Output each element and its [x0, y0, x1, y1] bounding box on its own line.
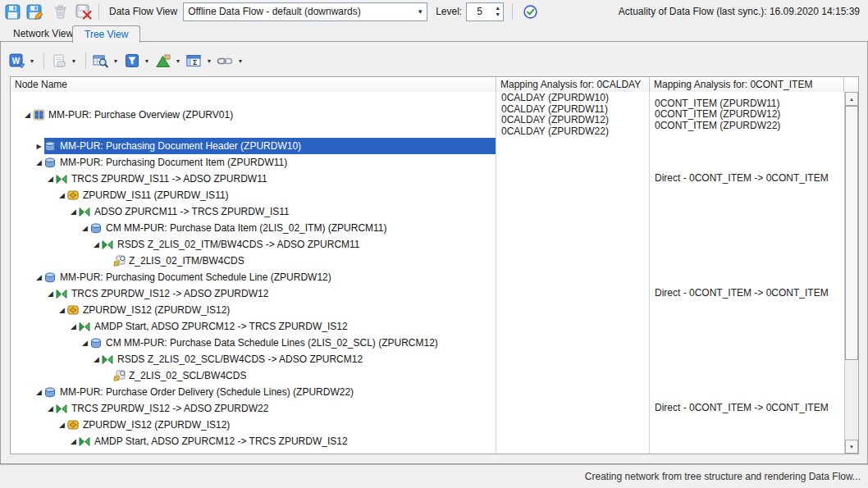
table-search-button[interactable]: ▼ [91, 52, 121, 70]
level-stepper[interactable]: 5 ▲▼ [466, 2, 504, 21]
tree-node[interactable]: MM-PUR: Purchasing Document Schedule Lin… [44, 269, 496, 285]
chevron-down-icon[interactable]: ▼ [173, 58, 183, 64]
tree-node[interactable]: ZPURDW_IS12 (ZPURDW_IS12) [67, 417, 496, 433]
mapping-calday-cell [496, 302, 650, 318]
tree-node[interactable]: TRCS ZPURDW_IS12 -> ADSO ZPURDW22 [56, 400, 496, 417]
node-label: Z_2LIS_02_ITM/BW4CDS [127, 255, 244, 267]
tree-node[interactable]: ZPURDW_IS12 (ZPURDW_IS12) [67, 302, 496, 318]
collapse-arrow-icon[interactable]: ◢ [45, 404, 56, 413]
tree-row[interactable]: Z_2LIS_02_SCL/BW4CDS [11, 367, 844, 384]
tree-row[interactable]: Z_2LIS_02_ITM/BW4CDS [11, 253, 844, 269]
column-divider[interactable] [496, 92, 496, 454]
collapse-arrow-icon[interactable]: ◢ [34, 158, 44, 166]
tree-row[interactable]: ◢CM MM-PUR: Purchase Data Item (2LIS_02_… [11, 220, 844, 236]
collapse-arrow-icon[interactable]: ◢ [68, 322, 79, 331]
column-header-node-name[interactable]: Node Name [11, 77, 496, 92]
tree-node[interactable]: Z_2LIS_02_ITM/BW4CDS [113, 253, 496, 269]
collapse-arrow-icon[interactable]: ◢ [45, 290, 56, 298]
svg-text:Σ: Σ [193, 57, 198, 66]
tree-node-selected[interactable]: MM-PUR: Purchasing Document Header (ZPUR… [44, 138, 496, 154]
tree-row[interactable]: ◢MM-PUR: Purchasing Document Schedule Li… [11, 269, 844, 285]
chevron-down-icon[interactable]: ▼ [413, 8, 427, 16]
tree-row[interactable]: ◢TRCS ZPURDW_IS11 -> ADSO ZPURDW11Direct… [11, 171, 844, 187]
column-divider[interactable] [649, 92, 650, 454]
tree-row[interactable]: ◢RSDS Z_2LIS_02_ITM/BW4CDS -> ADSO ZPURC… [11, 236, 844, 253]
tree-node[interactable]: MM-PUR: Purchase Order Delivery (Schedul… [44, 384, 496, 400]
tree-node[interactable]: TRCS ZPURDW_IS12 -> ADSO ZPURDW12 [56, 285, 496, 302]
collapse-arrow-icon[interactable]: ◢ [91, 240, 102, 249]
tree-row[interactable]: ◢TRCS ZPURDW_IS12 -> ADSO ZPURDW22Direct… [11, 400, 844, 417]
column-header-mapping-0calday[interactable]: Mapping Analysis for: 0CALDAY [496, 77, 650, 92]
tree-row[interactable]: ◢MM-PUR: Purchasing Document Item (ZPURD… [11, 154, 844, 171]
tree-row[interactable]: ◢MM-PUR: Purchase Overview (ZPURV01)0CAL… [11, 92, 844, 138]
sum-table-button[interactable]: Σ ▼ [185, 52, 214, 70]
chevron-down-icon[interactable]: ▼ [142, 58, 152, 64]
collapse-arrow-icon[interactable]: ◢ [80, 339, 90, 347]
scrollbar-thumb[interactable] [845, 106, 858, 360]
tree-row[interactable]: ◢TRCS ZPURDW_IS12 -> ADSO ZPURDW12Direct… [11, 285, 844, 302]
collapse-arrow-icon[interactable]: ◢ [91, 355, 102, 363]
tree-node[interactable]: Z_2LIS_02_SCL/BW4CDS [113, 367, 496, 384]
link-button[interactable]: ▼ [216, 52, 245, 70]
chevron-down-icon[interactable]: ▼ [235, 58, 245, 64]
collapse-arrow-icon[interactable]: ◢ [68, 437, 79, 445]
tree-node[interactable]: RSDS Z_2LIS_02_ITM/BW4CDS -> ADSO ZPURCM… [102, 236, 496, 253]
tree-node[interactable]: CM MM-PUR: Purchase Data Schedule Lines … [90, 335, 496, 351]
stepper-arrows-icon[interactable]: ▲▼ [492, 5, 503, 18]
tree-node[interactable]: AMDP Start, ADSO ZPURCM12 -> TRCS ZPURDW… [79, 318, 496, 335]
tree-row[interactable]: ◢AMDP Start, ADSO ZPURCM12 -> TRCS ZPURD… [11, 318, 844, 335]
chevron-down-icon[interactable]: ▼ [111, 58, 121, 64]
transformation-icon [102, 355, 116, 364]
vertical-scrollbar[interactable]: ▲ ▼ [844, 92, 858, 454]
chevron-down-icon[interactable]: ▼ [204, 58, 214, 64]
node-cell: ▶MM-PUR: Purchasing Document Header (ZPU… [11, 138, 496, 154]
word-export-button[interactable]: W ▼ [7, 52, 37, 70]
collapse-arrow-icon[interactable]: ◢ [57, 191, 67, 199]
collapse-arrow-icon[interactable]: ◢ [57, 306, 67, 314]
hierarchy-button[interactable]: ▼ [153, 52, 183, 70]
tree-node[interactable]: CM MM-PUR: Purchase Data Item (2LIS_02_I… [90, 220, 496, 236]
composite-provider-icon [33, 109, 47, 121]
tree-node[interactable]: RSDS Z_2LIS_02_SCL/BW4CDS -> ADSO ZPURCM… [102, 351, 496, 367]
tree-row[interactable]: ▶MM-PUR: Purchasing Document Header (ZPU… [11, 138, 844, 154]
scroll-up-icon[interactable]: ▲ [845, 92, 858, 106]
save-as-icon[interactable] [25, 2, 44, 21]
tree-node[interactable]: ADSO ZPURCM11 -> TRCS ZPURDW_IS11 [79, 203, 496, 220]
tree-node[interactable]: TRCS ZPURDW_IS11 -> ADSO ZPURDW11 [56, 171, 496, 187]
collapse-arrow-icon[interactable]: ◢ [22, 111, 33, 119]
collapse-arrow-icon[interactable]: ◢ [45, 175, 56, 183]
collapse-arrow-icon[interactable]: ◢ [57, 421, 67, 429]
expand-arrow-icon[interactable]: ▶ [34, 143, 44, 150]
tree-body-rows: ◢MM-PUR: Purchase Overview (ZPURV01)0CAL… [11, 92, 844, 449]
tree-node[interactable]: MM-PUR: Purchasing Document Item (ZPURDW… [44, 154, 496, 171]
collapse-arrow-icon[interactable]: ◢ [34, 388, 44, 396]
actuality-check-icon[interactable] [520, 2, 540, 21]
tree-row[interactable]: ◢ZPURDW_IS11 (ZPURDW_IS11) [11, 187, 844, 203]
copy-note-button[interactable]: ▼ [49, 52, 79, 70]
tree-row[interactable]: ◢ADSO ZPURCM11 -> TRCS ZPURDW_IS11 [11, 203, 844, 220]
chevron-down-icon[interactable]: ▼ [27, 58, 37, 64]
tree-row[interactable]: ◢ZPURDW_IS12 (ZPURDW_IS12) [11, 302, 844, 318]
tree-node[interactable]: MM-PUR: Purchase Overview (ZPURV01) [33, 92, 496, 138]
node-cell: Z_2LIS_02_ITM/BW4CDS [11, 253, 496, 269]
tree-node[interactable]: ZPURDW_IS11 (ZPURDW_IS11) [67, 187, 496, 203]
column-header-mapping-0cont-item[interactable]: Mapping Analysis for: 0CONT_ITEM [650, 77, 844, 92]
scroll-down-icon[interactable]: ▼ [845, 440, 858, 454]
collapse-arrow-icon[interactable]: ◢ [68, 208, 79, 216]
tree-row[interactable]: ◢CM MM-PUR: Purchase Data Schedule Lines… [11, 335, 844, 351]
mapping-calday-cell [496, 367, 650, 384]
collapse-arrow-icon[interactable]: ◢ [34, 273, 44, 281]
tab-tree-view[interactable]: Tree View [72, 25, 140, 43]
tree-row[interactable]: ◢AMDP Start, ADSO ZPURCM12 -> TRCS ZPURD… [11, 433, 844, 449]
tree-row[interactable]: ◢MM-PUR: Purchase Order Delivery (Schedu… [11, 384, 844, 400]
discard-sync-icon[interactable] [74, 2, 94, 21]
save-icon[interactable] [2, 2, 22, 21]
filter-button[interactable]: ▼ [122, 52, 152, 70]
tree-row[interactable]: ◢ZPURDW_IS12 (ZPURDW_IS12) [11, 417, 844, 433]
indent-spacer [11, 162, 34, 163]
tree-node[interactable]: AMDP Start, ADSO ZPURCM12 -> TRCS ZPURDW… [79, 433, 496, 449]
data-flow-combobox[interactable]: Offline Data Flow - default (downwards) … [183, 2, 427, 21]
collapse-arrow-icon[interactable]: ◢ [80, 224, 90, 232]
chevron-down-icon[interactable]: ▼ [69, 58, 79, 64]
tree-row[interactable]: ◢RSDS Z_2LIS_02_SCL/BW4CDS -> ADSO ZPURC… [11, 351, 844, 367]
